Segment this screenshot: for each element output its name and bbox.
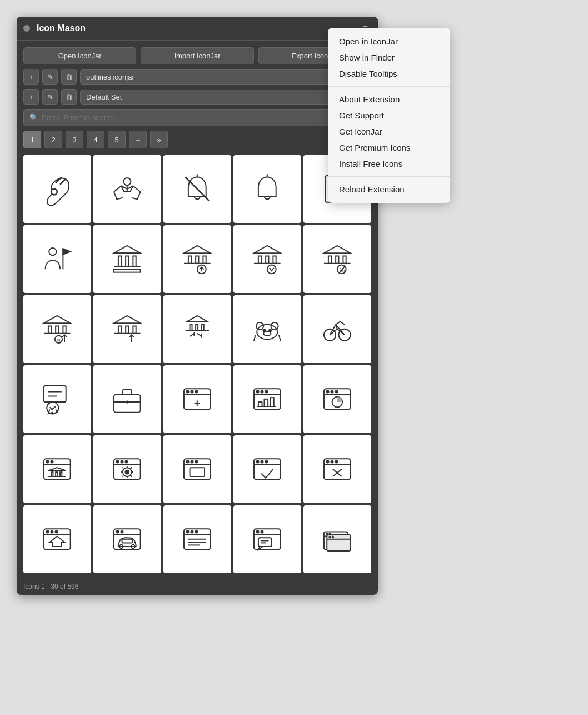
svg-point-84 [261,391,263,393]
status-bar: Icons 1 - 30 of 596 [17,578,378,595]
page-5-button[interactable]: 5 [108,131,126,148]
svg-point-153 [261,531,263,533]
svg-rect-154 [258,538,272,547]
svg-point-145 [191,531,193,533]
icon-cell-browser-add[interactable] [163,365,231,433]
pagination: 1 2 3 4 5 → » [23,131,371,148]
svg-rect-117 [190,468,205,476]
icon-cell-bicycle[interactable] [303,295,371,363]
add-file-button[interactable]: + [23,69,39,85]
svg-point-0 [51,189,57,195]
app-title: Icon Mason [37,23,86,33]
context-menu: Open in IconJar Show in Finder Disable T… [328,28,450,203]
menu-item-reload-extension[interactable]: Reload Extension [328,181,450,197]
svg-point-121 [261,461,263,463]
icon-cell-bank-up[interactable] [93,295,161,363]
svg-rect-49 [126,326,128,334]
set-row: + ✎ 🗑 Default Set ⌄ [23,89,371,105]
svg-point-120 [257,461,259,463]
open-iconjar-button[interactable]: Open IconJar [23,47,136,64]
svg-point-57 [257,325,277,339]
menu-item-disable-tooltips[interactable]: Disable Tooltips [328,66,450,82]
icon-cell-person-flag[interactable] [23,225,91,293]
icon-cell-bank-percent[interactable]: % [303,225,371,293]
delete-set-button[interactable]: 🗑 [61,89,77,105]
last-page-button[interactable]: » [150,131,168,148]
menu-divider-1 [328,86,450,87]
svg-rect-55 [202,325,204,331]
delete-file-button[interactable]: 🗑 [61,69,77,85]
icon-cell-bank-exchange[interactable] [163,295,231,363]
menu-item-get-support[interactable]: Get Support [328,107,450,123]
svg-point-132 [47,531,49,533]
svg-rect-141 [122,539,133,543]
icon-cell-browser-settings[interactable] [93,435,161,503]
icon-cell-guitar[interactable] [23,155,91,223]
svg-point-98 [47,461,49,463]
search-input[interactable] [42,113,365,122]
icon-cell-browser-check[interactable] [233,435,301,503]
icon-cell-browser-car[interactable] [93,505,161,573]
svg-marker-13 [114,246,141,253]
svg-rect-102 [56,472,57,476]
edit-set-button[interactable]: ✎ [42,89,58,105]
svg-point-61 [263,330,266,332]
search-icon: 🔍 [29,113,38,122]
icon-cell-browser-bank[interactable] [23,435,91,503]
page-4-button[interactable]: 4 [87,131,104,148]
next-page-button[interactable]: → [129,131,147,148]
icon-cell-browser-list[interactable] [163,505,231,573]
close-button[interactable]: × [23,25,30,32]
svg-rect-54 [196,325,198,331]
edit-file-button[interactable]: ✎ [42,69,58,85]
svg-point-115 [191,461,193,463]
svg-point-83 [257,391,259,393]
svg-point-99 [51,461,53,463]
icon-cell-handshake[interactable] [93,155,161,223]
menu-item-get-iconjar[interactable]: Get IconJar [328,123,450,140]
menu-item-get-premium[interactable]: Get Premium Icons [328,140,450,156]
icon-cell-bank-down[interactable] [233,225,301,293]
icon-cell-browser-close[interactable] [303,435,371,503]
icon-grid: % % [17,155,378,578]
svg-point-85 [266,391,268,393]
icon-cell-browser-chart2[interactable] [303,365,371,433]
pencil-icon: ✎ [47,93,53,101]
icon-cell-browser-window[interactable] [163,435,231,503]
icon-cell-briefcase[interactable] [93,365,161,433]
icon-cell-bear[interactable] [233,295,301,363]
icon-cell-browser-upload[interactable] [23,505,91,573]
svg-point-58 [256,322,263,330]
trash-icon: 🗑 [66,73,73,81]
menu-item-show-finder[interactable]: Show in Finder [328,49,450,66]
icon-cell-bank-percent-up[interactable]: % [23,295,91,363]
import-iconjar-button[interactable]: Import IconJar [141,47,253,64]
menu-divider-2 [328,176,450,177]
plus-icon: + [29,93,33,101]
file-row: + ✎ 🗑 outlines.iconjar ⌄ [23,69,371,85]
svg-rect-19 [114,270,141,272]
svg-point-92 [327,391,329,393]
svg-rect-15 [118,256,121,267]
menu-item-open-iconjar[interactable]: Open in IconJar [328,33,450,49]
icon-cell-browser-chart[interactable] [233,365,301,433]
icon-cell-certificate[interactable] [23,365,91,433]
page-2-button[interactable]: 2 [44,131,62,148]
menu-item-about-extension[interactable]: About Extension [328,91,450,107]
svg-point-138 [121,531,123,533]
icon-cell-bell[interactable] [233,155,301,223]
svg-point-11 [49,248,56,255]
add-set-button[interactable]: + [23,89,39,105]
icon-cell-bell-mute[interactable] [163,155,231,223]
icon-cell-browser-stack[interactable] [303,505,371,573]
page-3-button[interactable]: 3 [66,131,83,148]
svg-rect-34 [328,256,331,264]
svg-rect-101 [51,472,53,476]
svg-point-127 [336,461,338,463]
icon-cell-bank[interactable] [93,225,161,293]
icon-cell-browser-chat[interactable] [233,505,301,573]
icon-cell-bank-chart[interactable] [163,225,231,293]
menu-item-install-free[interactable]: Install Free Icons [328,156,450,172]
page-1-button[interactable]: 1 [23,131,41,148]
svg-point-108 [121,461,123,463]
